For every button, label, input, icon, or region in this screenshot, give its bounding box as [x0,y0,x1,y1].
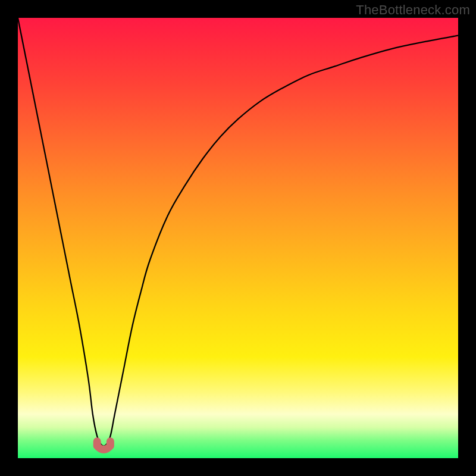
watermark-text: TheBottleneck.com [356,2,470,18]
bottleneck-curve [18,18,458,446]
plot-area [18,18,458,458]
chart-frame: TheBottleneck.com [0,0,476,476]
curve-svg [18,18,458,458]
